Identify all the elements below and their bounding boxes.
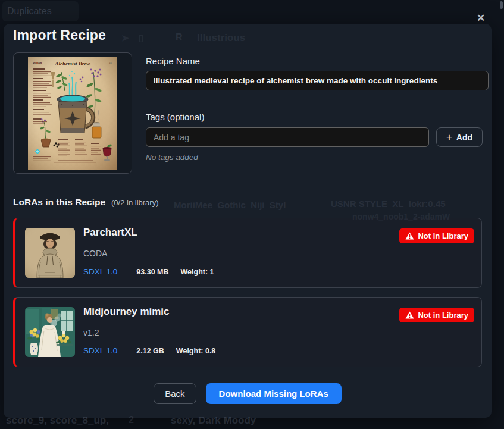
lora-card[interactable]: Midjourney mimic v1.2 SDXL 1.0 2.12 GB W… [13,297,482,367]
lora-card[interactable]: ParchartXL CODA SDXL 1.0 93.30 MB Weight… [13,218,482,288]
lora-weight: Weight: 1 [181,268,214,276]
svg-text:Alchemist Brew: Alchemist Brew [55,61,91,67]
lora-file-size: 93.30 MB [136,268,168,276]
add-tag-button-label: Add [456,133,472,142]
recipe-thumbnail-frame: Alchemist Brew Potion 51 [13,52,132,174]
lora-version: v1.2 [83,328,99,337]
background-duplicates-label: Duplicates [7,6,52,17]
download-missing-loras-button[interactable]: Download Missing LoRAs [206,383,342,404]
not-in-library-label: Not in Library [418,231,468,240]
warning-icon [405,232,414,240]
close-icon[interactable]: ✕ [473,10,489,26]
tag-input[interactable] [146,127,429,147]
import-recipe-modal: Import Recipe Alchemist Brew Potion 51 [4,24,492,418]
lora-meta-row: SDXL 1.0 93.30 MB Weight: 1 [83,267,214,276]
lora-meta-row: SDXL 1.0 2.12 GB Weight: 0.8 [83,346,215,355]
scrollbar-thumb[interactable] [500,1,503,9]
loras-section-header: LoRAs in this Recipe (0/2 in library) [13,197,159,208]
loras-section-title: LoRAs in this Recipe [13,197,105,208]
lora-thumbnail-image [25,307,75,357]
lora-file-size: 2.12 GB [136,347,164,355]
add-tag-button[interactable]: + Add [436,127,483,147]
not-in-library-label: Not in Library [418,311,468,320]
recipe-name-input[interactable] [146,71,489,90]
base-model-link[interactable]: SDXL 1.0 [83,267,117,276]
modal-footer: Back Download Missing LoRAs [4,383,492,404]
lora-name: Midjourney mimic [83,306,170,318]
warning-icon [405,311,414,319]
no-tags-text: No tags added [146,153,198,162]
lora-weight: Weight: 0.8 [176,347,215,355]
svg-text:51: 51 [109,61,112,64]
lora-name: ParchartXL [83,227,137,239]
back-button[interactable]: Back [154,383,196,404]
plus-icon: + [446,132,452,142]
recipe-thumbnail-image: Alchemist Brew Potion 51 [28,57,117,170]
lora-version: CODA [83,249,107,258]
svg-text:Potion: Potion [33,61,42,65]
base-model-link[interactable]: SDXL 1.0 [83,346,117,355]
tags-label: Tags (optional) [146,112,204,122]
background-duplicates-button [2,1,79,21]
not-in-library-badge: Not in Library [399,228,474,243]
recipe-name-label: Recipe Name [146,56,200,66]
lora-thumbnail-image [25,228,75,278]
loras-library-count: (0/2 in library) [111,198,158,207]
page-title: Import Recipe [13,27,106,43]
not-in-library-badge: Not in Library [399,308,474,322]
